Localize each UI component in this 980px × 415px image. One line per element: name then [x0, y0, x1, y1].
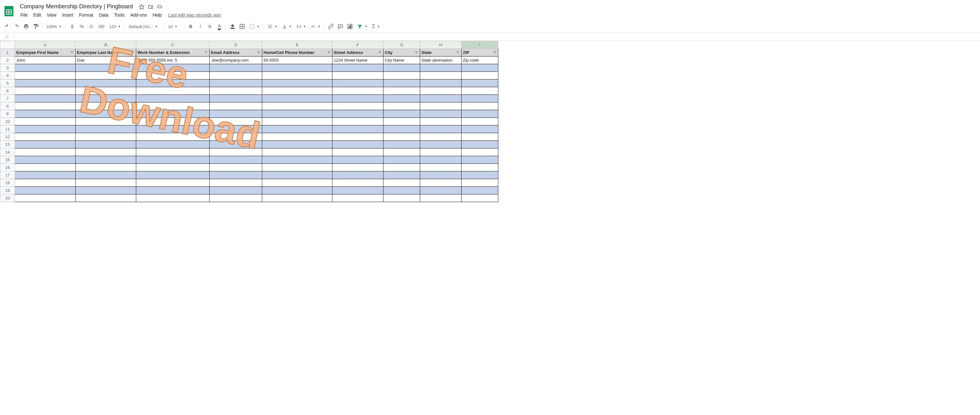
- cell-D2[interactable]: .doe@company.com: [210, 56, 262, 64]
- cell-F5[interactable]: [332, 80, 383, 87]
- cell-B18[interactable]: [76, 179, 136, 187]
- cell-H4[interactable]: [420, 72, 461, 80]
- cell-C15[interactable]: [136, 156, 210, 164]
- row-header-14[interactable]: 14: [0, 148, 15, 156]
- menu-addons[interactable]: Add-ons: [127, 11, 149, 19]
- cell-D19[interactable]: [210, 187, 262, 195]
- document-title[interactable]: Company Membership Directory | Pingboard: [18, 3, 135, 11]
- select-all-corner[interactable]: [0, 41, 15, 49]
- wrap-button[interactable]: ▼: [294, 22, 308, 31]
- cell-F2[interactable]: 1234 Street Name: [332, 56, 383, 64]
- menu-format[interactable]: Format: [76, 11, 96, 19]
- column-header-E[interactable]: E: [262, 41, 332, 49]
- row-header-5[interactable]: 5: [0, 80, 15, 87]
- column-header-H[interactable]: H: [420, 41, 461, 49]
- cell-B7[interactable]: [76, 95, 136, 102]
- cell-G4[interactable]: [383, 72, 420, 80]
- cell-F13[interactable]: [332, 141, 383, 148]
- cell-E3[interactable]: [262, 64, 332, 72]
- filter-icon[interactable]: [326, 50, 331, 55]
- move-icon[interactable]: [148, 4, 153, 10]
- cell-E12[interactable]: [262, 133, 332, 141]
- cell-H13[interactable]: [420, 141, 461, 148]
- cell-B11[interactable]: [76, 126, 136, 133]
- menu-file[interactable]: File: [18, 11, 30, 19]
- valign-button[interactable]: ▼: [280, 22, 294, 31]
- cell-I19[interactable]: [461, 187, 498, 195]
- cell-G7[interactable]: [383, 95, 420, 102]
- italic-button[interactable]: I: [196, 22, 205, 31]
- cell-D7[interactable]: [210, 95, 262, 102]
- decrease-decimal-button[interactable]: .0↓: [87, 22, 96, 31]
- halign-button[interactable]: ▼: [266, 22, 280, 31]
- cell-G18[interactable]: [383, 179, 420, 187]
- cell-E16[interactable]: [262, 164, 332, 171]
- cell-A13[interactable]: [15, 141, 76, 148]
- menu-edit[interactable]: Edit: [31, 11, 44, 19]
- cell-I12[interactable]: [461, 133, 498, 141]
- functions-button[interactable]: Σ▼: [370, 22, 382, 31]
- cell-I2[interactable]: Zip code: [461, 56, 498, 64]
- row-header-3[interactable]: 3: [0, 64, 15, 72]
- cell-F18[interactable]: [332, 179, 383, 187]
- cell-C5[interactable]: [136, 80, 210, 87]
- cell-G12[interactable]: [383, 133, 420, 141]
- cell-C20[interactable]: [136, 195, 210, 202]
- cell-G9[interactable]: [383, 110, 420, 118]
- cell-G17[interactable]: [383, 171, 420, 179]
- cell-I9[interactable]: [461, 110, 498, 118]
- header-cell-B[interactable]: Employee Last Name: [76, 49, 136, 56]
- cell-B19[interactable]: [76, 187, 136, 195]
- filter-icon[interactable]: [414, 50, 419, 55]
- cell-D18[interactable]: [210, 179, 262, 187]
- cell-F9[interactable]: [332, 110, 383, 118]
- cell-F15[interactable]: [332, 156, 383, 164]
- cell-G8[interactable]: [383, 102, 420, 110]
- column-header-G[interactable]: G: [383, 41, 420, 49]
- cell-A7[interactable]: [15, 95, 76, 102]
- row-header-16[interactable]: 16: [0, 164, 15, 171]
- cell-E9[interactable]: [262, 110, 332, 118]
- cell-D17[interactable]: [210, 171, 262, 179]
- percent-button[interactable]: %: [77, 22, 86, 31]
- cell-F3[interactable]: [332, 64, 383, 72]
- cell-D12[interactable]: [210, 133, 262, 141]
- cell-H17[interactable]: [420, 171, 461, 179]
- cell-A5[interactable]: [15, 80, 76, 87]
- cell-B17[interactable]: [76, 171, 136, 179]
- increase-decimal-button[interactable]: .00↑: [96, 22, 107, 31]
- cell-G5[interactable]: [383, 80, 420, 87]
- cell-I20[interactable]: [461, 195, 498, 202]
- cell-G11[interactable]: [383, 126, 420, 133]
- cell-I13[interactable]: [461, 141, 498, 148]
- undo-button[interactable]: [3, 22, 11, 31]
- header-cell-F[interactable]: Street Address: [332, 49, 383, 56]
- row-header-15[interactable]: 15: [0, 156, 15, 164]
- cell-A17[interactable]: [15, 171, 76, 179]
- column-header-D[interactable]: D: [210, 41, 262, 49]
- header-cell-G[interactable]: City: [383, 49, 420, 56]
- cell-F20[interactable]: [332, 195, 383, 202]
- row-header-11[interactable]: 11: [0, 126, 15, 133]
- cell-I14[interactable]: [461, 148, 498, 156]
- cell-G13[interactable]: [383, 141, 420, 148]
- text-color-button[interactable]: A: [215, 22, 224, 31]
- cell-A20[interactable]: [15, 195, 76, 202]
- cell-F7[interactable]: [332, 95, 383, 102]
- cell-G20[interactable]: [383, 195, 420, 202]
- cell-B13[interactable]: [76, 141, 136, 148]
- cell-A15[interactable]: [15, 156, 76, 164]
- cell-F19[interactable]: [332, 187, 383, 195]
- cell-D16[interactable]: [210, 164, 262, 171]
- cell-I11[interactable]: [461, 126, 498, 133]
- filter-icon[interactable]: [455, 50, 460, 55]
- cell-A4[interactable]: [15, 72, 76, 80]
- cell-F12[interactable]: [332, 133, 383, 141]
- link-button[interactable]: [326, 22, 335, 31]
- cell-E13[interactable]: [262, 141, 332, 148]
- more-formats-select[interactable]: 123▼: [107, 22, 123, 31]
- cell-I5[interactable]: [461, 80, 498, 87]
- cell-G6[interactable]: [383, 87, 420, 95]
- column-header-A[interactable]: A: [15, 41, 76, 49]
- filter-icon[interactable]: [69, 50, 74, 55]
